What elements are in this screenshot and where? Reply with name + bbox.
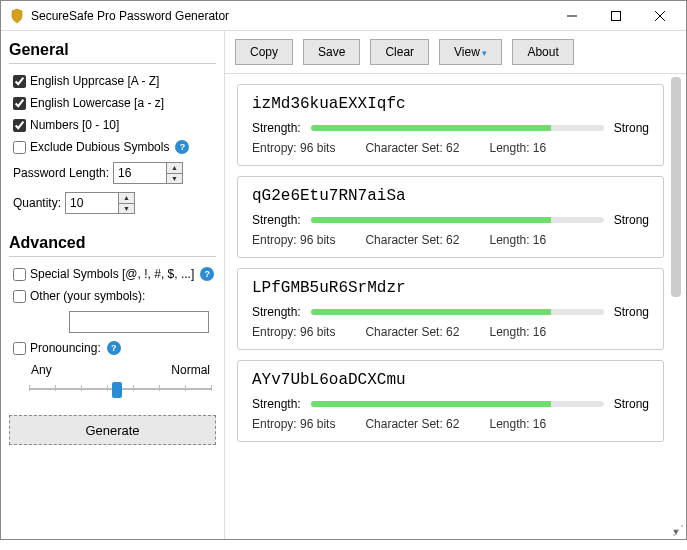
strength-bar [311,309,604,315]
entropy-metric: Entropy: 96 bits [252,141,335,155]
scroll-thumb[interactable] [671,77,681,297]
clear-button[interactable]: Clear [370,39,429,65]
maximize-icon [611,11,621,21]
results-list: izMd36kuaEXXIqfcStrength:StrongEntropy: … [225,74,686,539]
length-metric: Length: 16 [489,325,546,339]
help-icon[interactable]: ? [200,267,214,281]
password-card: AYv7UbL6oaDCXCmuStrength:StrongEntropy: … [237,360,664,442]
uppercase-label: English Upprcase [A - Z] [30,74,159,88]
slider-thumb[interactable] [112,382,122,398]
pwlen-spinner: ▲▼ [166,163,182,183]
strength-value: Strong [614,121,649,135]
password-card: izMd36kuaEXXIqfcStrength:StrongEntropy: … [237,84,664,166]
qty-up[interactable]: ▲ [119,193,134,204]
minimize-icon [567,11,577,21]
password-card: qG2e6Etu7RN7aiSaStrength:StrongEntropy: … [237,176,664,258]
pronounce-slider-area: AnyNormal [9,361,216,403]
save-button[interactable]: Save [303,39,360,65]
help-icon[interactable]: ? [107,341,121,355]
strength-bar [311,401,604,407]
password-text[interactable]: LPfGMB5uR6SrMdzr [252,279,649,297]
charset-metric: Character Set: 62 [365,325,459,339]
pronounce-slider[interactable] [29,379,212,399]
scrollbar[interactable]: ▲ ▼ [668,75,684,539]
entropy-metric: Entropy: 96 bits [252,233,335,247]
toolbar: Copy Save Clear View About [225,31,686,74]
close-button[interactable] [638,2,682,30]
section-general: General [9,35,216,64]
generate-button[interactable]: Generate [9,415,216,445]
strength-value: Strong [614,397,649,411]
qty-spinner: ▲▼ [118,193,134,213]
password-card: LPfGMB5uR6SrMdzrStrength:StrongEntropy: … [237,268,664,350]
lowercase-checkbox[interactable] [13,97,26,110]
metrics-row: Entropy: 96 bitsCharacter Set: 62Length:… [252,141,649,155]
scroll-down-icon[interactable]: ▼ [668,525,684,539]
strength-bar [311,125,604,131]
password-text[interactable]: izMd36kuaEXXIqfc [252,95,649,113]
special-checkbox[interactable] [13,268,26,281]
copy-button[interactable]: Copy [235,39,293,65]
uppercase-checkbox[interactable] [13,75,26,88]
minimize-button[interactable] [550,2,594,30]
entropy-metric: Entropy: 96 bits [252,417,335,431]
strength-label: Strength: [252,121,301,135]
title-bar: SecureSafe Pro Password Generator [1,1,686,31]
exclude-checkbox[interactable] [13,141,26,154]
numbers-label: Numbers [0 - 10] [30,118,119,132]
password-length-input[interactable] [114,163,166,183]
numbers-checkbox[interactable] [13,119,26,132]
other-label: Other (your symbols): [30,289,145,303]
charset-metric: Character Set: 62 [365,233,459,247]
window-title: SecureSafe Pro Password Generator [31,9,550,23]
qty-label: Quantity: [13,196,61,210]
pronounce-label: Pronouncing: [30,341,101,355]
other-symbols-input[interactable] [69,311,209,333]
help-icon[interactable]: ? [175,140,189,154]
strength-label: Strength: [252,397,301,411]
charset-metric: Character Set: 62 [365,141,459,155]
pronounce-checkbox[interactable] [13,342,26,355]
options-panel: General English Upprcase [A - Z] English… [1,31,225,539]
close-icon [655,11,665,21]
slider-right-label: Normal [171,363,210,377]
length-metric: Length: 16 [489,417,546,431]
metrics-row: Entropy: 96 bitsCharacter Set: 62Length:… [252,417,649,431]
strength-value: Strong [614,305,649,319]
charset-metric: Character Set: 62 [365,417,459,431]
password-text[interactable]: qG2e6Etu7RN7aiSa [252,187,649,205]
pwlen-label: Password Length: [13,166,109,180]
exclude-label: Exclude Dubious Symbols [30,140,169,154]
entropy-metric: Entropy: 96 bits [252,325,335,339]
lowercase-label: English Lowercase [a - z] [30,96,164,110]
quantity-input[interactable] [66,193,118,213]
qty-down[interactable]: ▼ [119,204,134,214]
quantity-field: ▲▼ [65,192,135,214]
section-advanced: Advanced [9,228,216,257]
strength-value: Strong [614,213,649,227]
password-text[interactable]: AYv7UbL6oaDCXCmu [252,371,649,389]
strength-label: Strength: [252,213,301,227]
pwlen-down[interactable]: ▼ [167,174,182,184]
main-window: SecureSafe Pro Password Generator Genera… [0,0,687,540]
app-icon [9,8,25,24]
special-label: Special Symbols [@, !, #, $, ...] [30,267,194,281]
length-metric: Length: 16 [489,233,546,247]
password-length-field: ▲▼ [113,162,183,184]
other-checkbox[interactable] [13,290,26,303]
svg-rect-1 [612,11,621,20]
view-button[interactable]: View [439,39,502,65]
results-panel: Copy Save Clear View About izMd36kuaEXXI… [225,31,686,539]
metrics-row: Entropy: 96 bitsCharacter Set: 62Length:… [252,233,649,247]
pwlen-up[interactable]: ▲ [167,163,182,174]
maximize-button[interactable] [594,2,638,30]
length-metric: Length: 16 [489,141,546,155]
slider-left-label: Any [31,363,52,377]
metrics-row: Entropy: 96 bitsCharacter Set: 62Length:… [252,325,649,339]
strength-label: Strength: [252,305,301,319]
about-button[interactable]: About [512,39,573,65]
strength-bar [311,217,604,223]
